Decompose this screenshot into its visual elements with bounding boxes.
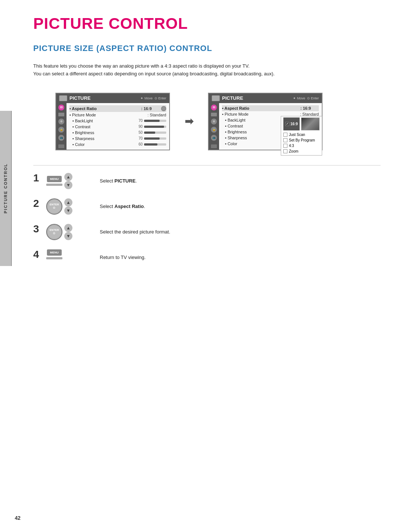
check-set-by-program [283, 138, 287, 142]
dropdown-4-3: 4:3 [283, 143, 320, 149]
menu-button-4[interactable]: MENU [47, 249, 62, 256]
arrow-icon: ➡ [185, 115, 193, 127]
dropdown-set-by-program: Set By Program [283, 137, 320, 143]
rmenu-row-aspect: • Aspect Ratio : 16:9 [222, 105, 319, 111]
up-arrow-1[interactable]: ▲ [64, 173, 72, 181]
step-3-buttons: ENTER⊙ ▲ ▼ [46, 224, 94, 240]
set-by-program-label: Set By Program [289, 138, 315, 142]
ricon2 [211, 113, 217, 116]
menu-row-brightness: • Brightness 50 [69, 130, 166, 136]
menu-row-aspect: • Aspect Ratio : 16:9 [69, 105, 166, 112]
menu-left-title: PICTURE [69, 95, 140, 101]
menu-right-title: PICTURE [222, 95, 293, 101]
step-4-buttons: MENU [46, 249, 94, 259]
enter-button-2[interactable]: ENTER⊙ [46, 198, 62, 215]
check-just-scan [283, 133, 287, 137]
step-3: 3 ENTER⊙ ▲ ▼ Select the desired picture … [33, 224, 381, 240]
menu-row-picture-mode: • Picture Mode : Standard [69, 112, 166, 118]
check-16-9: ✓ [285, 122, 289, 126]
steps-section: 1 MENU ▲ ▼ Select PICTURE. 2 ENTER⊙ [33, 173, 381, 261]
menu-btn-base-1 [46, 184, 62, 186]
thumbnail-preview [301, 117, 320, 130]
down-arrow-2[interactable]: ▼ [64, 207, 72, 215]
icon2 [58, 113, 64, 116]
icon6 [58, 144, 64, 148]
step-1-bold: PICTURE [115, 178, 136, 184]
step-2-number: 2 [33, 198, 41, 209]
aspect-dropdown: ✓ 16:9 Just Scan Set By Program [281, 116, 322, 156]
icon4: 🔒 [58, 127, 64, 133]
tv-menu-right: PICTURE ✦ Move ⊙ Enter 🖼 ⚙ 🔒 📺 • Aspect … [208, 93, 323, 150]
down-arrow-1[interactable]: ▼ [64, 181, 72, 189]
step-4: 4 MENU Return to TV viewing. [33, 249, 381, 261]
dropdown-just-scan: Just Scan [283, 132, 320, 137]
step-3-number: 3 [33, 224, 41, 234]
menu-icons-right: 🖼 ⚙ 🔒 📺 [209, 103, 219, 150]
menu-row-contrast: • Contrast 90 [69, 124, 166, 130]
nav-hint-left: ✦ Move ⊙ Enter [140, 96, 166, 100]
sidebar-tab: PICTURE CONTROL [0, 111, 12, 266]
menu-icons-left: 🖼 ⚙ 🔒 📺 [56, 103, 66, 150]
zoom-label: Zoom [289, 149, 299, 153]
screenshots-row: PICTURE ✦ Move ⊙ Enter 🖼 ⚙ 🔒 📺 • Aspect … [55, 93, 381, 150]
menu-row-backlight: • BackLight 70 [69, 118, 166, 124]
description-line1: This feature lets you choose the way an … [33, 62, 381, 70]
page-number: 42 [15, 515, 21, 521]
nav-arrows-2: ▲ ▼ [64, 198, 72, 215]
ricon1: 🖼 [211, 105, 217, 110]
step-4-number: 4 [33, 249, 41, 260]
page-title: PICTURE CONTROL [33, 15, 381, 33]
step-2-bold: Aspect Ratio [115, 204, 144, 209]
step-2-instruction: Select Aspect Ratio. [100, 198, 145, 210]
step-1-buttons: MENU ▲ ▼ [46, 173, 94, 189]
ricon3: ⚙ [211, 119, 217, 125]
tv-menu-left: PICTURE ✦ Move ⊙ Enter 🖼 ⚙ 🔒 📺 • Aspect … [55, 93, 170, 150]
enter-button-3[interactable]: ENTER⊙ [46, 224, 62, 240]
up-arrow-3[interactable]: ▲ [64, 224, 72, 232]
label-4-3: 4:3 [289, 144, 294, 148]
dropdown-zoom: Zoom [283, 149, 320, 154]
dropdown-top: ✓ 16:9 [283, 117, 320, 130]
tv-icon-left [59, 95, 67, 101]
ricon5: 📺 [211, 135, 217, 141]
enter-btn-group-3: ENTER⊙ [46, 224, 62, 240]
nav-hint-right: ✦ Move ⊙ Enter [293, 96, 319, 100]
step-4-instruction: Return to TV viewing. [100, 249, 146, 261]
down-arrow-3[interactable]: ▼ [64, 232, 72, 240]
step-2: 2 ENTER⊙ ▲ ▼ Select Aspect Ratio. [33, 198, 381, 215]
sidebar-label: PICTURE CONTROL [3, 163, 8, 214]
step-2-buttons: ENTER⊙ ▲ ▼ [46, 198, 94, 215]
ricon6 [211, 144, 217, 148]
menu-btn-group-1: MENU [46, 176, 62, 186]
nav-arrows-3: ▲ ▼ [64, 224, 72, 240]
step-1-number: 1 [33, 173, 41, 183]
description: This feature lets you choose the way an … [33, 62, 381, 78]
divider [33, 165, 381, 166]
icon5: 📺 [58, 135, 64, 141]
dropdown-16-9-selected: ✓ 16:9 [283, 117, 300, 130]
tv-icon-right [212, 95, 220, 101]
menu-btn-base-4 [46, 257, 62, 259]
section-title: PICTURE SIZE (ASPECT RATIO) CONTROL [33, 44, 381, 53]
dropdown-box: ✓ 16:9 Just Scan Set By Program [281, 116, 322, 156]
check-4-3 [283, 144, 287, 148]
up-arrow-2[interactable]: ▲ [64, 198, 72, 207]
menu-row-sharpness: • Sharpness 70 [69, 136, 166, 141]
step-3-instruction: Select the desired picture format. [100, 224, 170, 236]
just-scan-label: Just Scan [289, 133, 305, 137]
description-line2: You can select a different aspect ratio … [33, 70, 381, 78]
icon3: ⚙ [58, 119, 64, 125]
step-1: 1 MENU ▲ ▼ Select PICTURE. [33, 173, 381, 189]
nav-arrows-1: ▲ ▼ [64, 173, 72, 189]
step-1-instruction: Select PICTURE. [100, 173, 137, 185]
menu-btn-group-4: MENU [46, 249, 62, 259]
menu-button-1[interactable]: MENU [47, 176, 62, 182]
icon1: 🖼 [58, 105, 64, 110]
check-zoom [283, 149, 287, 153]
ricon4: 🔒 [211, 127, 217, 133]
menu-row-color: • Color 60 [69, 141, 166, 147]
enter-btn-group-2: ENTER⊙ [46, 198, 62, 215]
menu-left-content: • Aspect Ratio : 16:9 • Picture Mode : S… [66, 103, 169, 150]
